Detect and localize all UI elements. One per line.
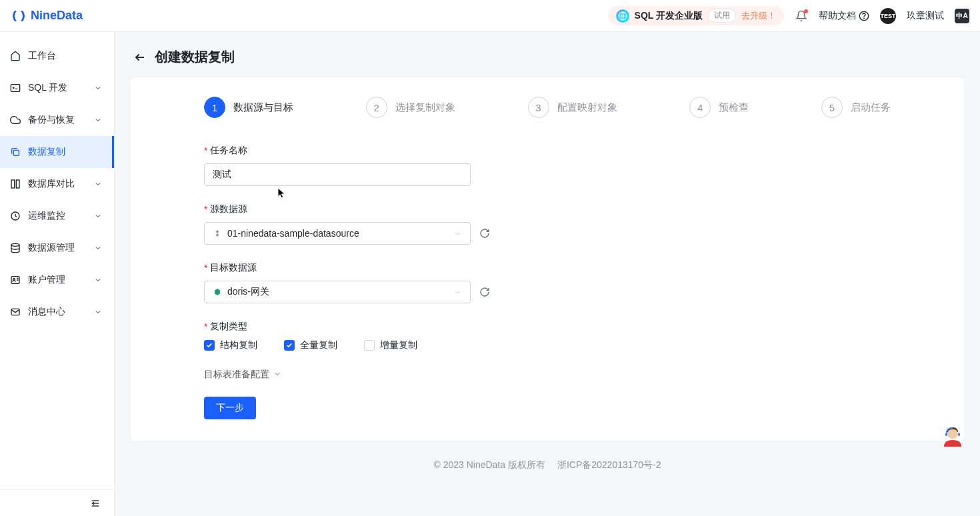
version-pill[interactable]: SQL 开发企业版 试用 去升级！ [608,6,784,25]
version-label: SQL 开发企业版 [635,10,703,22]
required-indicator: * [204,204,207,215]
sidebar-menu: 工作台 SQL 开发 备份与恢复 数据复制 数据库对比 [0,32,114,489]
sidebar-item-sql-dev[interactable]: SQL 开发 [0,72,114,104]
icp-text[interactable]: 浙ICP备2022013170号-2 [557,459,661,471]
upgrade-link[interactable]: 去升级！ [741,10,776,22]
chevron-down-icon [93,179,103,189]
step-3: 3 配置映射对象 [528,97,617,118]
reload-source-icon[interactable] [479,227,491,239]
user-icon [9,274,21,286]
sidebar-item-message-center[interactable]: 消息中心 [0,296,114,328]
copyright-text: © 2023 NineData 版权所有 [433,459,545,471]
step-label: 配置映射对象 [557,101,617,114]
globe-icon [616,9,629,23]
page-header: 创建数据复制 [115,32,980,78]
sidebar-item-backup[interactable]: 备份与恢复 [0,104,114,136]
svg-rect-4 [13,150,19,155]
checkbox-label: 增量复制 [380,339,417,351]
app-header: NineData SQL 开发企业版 试用 去升级！ 帮助文档 TEST 玖章测… [0,0,980,32]
sidebar-item-data-replication[interactable]: 数据复制 [0,136,114,168]
checkbox-incremental-copy[interactable]: 增量复制 [364,339,417,351]
datasource-type-icon [213,229,222,238]
expand-label: 目标表准备配置 [204,369,269,381]
home-icon [9,50,21,62]
step-2: 2 选择复制对象 [366,97,455,118]
next-button[interactable]: 下一步 [204,397,256,419]
input-row: 01-ninedata-sample-datasource [204,222,891,245]
reload-target-icon[interactable] [479,286,491,298]
help-label: 帮助文档 [819,10,856,22]
chevron-down-icon [93,83,103,93]
step-number: 5 [821,97,843,118]
mail-icon [9,306,21,318]
checkbox-label: 结构复制 [220,339,257,351]
form-item-copy-type: * 复制类型 结构复制 全量复制 增量复制 [204,321,891,351]
back-arrow-icon[interactable] [133,51,147,64]
svg-point-2 [864,18,865,19]
notification-bell-icon[interactable] [795,9,808,23]
sidebar-item-db-compare[interactable]: 数据库对比 [0,168,114,200]
label-text: 目标数据源 [210,262,257,274]
chevron-down-icon [273,369,281,380]
label-text: 复制类型 [210,321,247,333]
page-footer: © 2023 NineData 版权所有 浙ICP备2022013170号-2 [115,441,980,478]
label-text: 任务名称 [210,145,247,157]
target-table-config-expand[interactable]: 目标表准备配置 [204,369,891,381]
step-label: 选择复制对象 [395,101,455,114]
chevron-down-icon [93,275,103,285]
brand-logo[interactable]: NineData [11,8,83,24]
main-content: 创建数据复制 1 数据源与目标 2 选择复制对象 3 配置映射对象 4 [115,32,980,516]
notification-dot [804,9,808,13]
form-item-source: * 源数据源 01-ninedata-sample-datasource [204,203,891,245]
checkbox-structure-copy[interactable]: 结构复制 [204,339,257,351]
user-name[interactable]: 玖章测试 [907,10,944,22]
help-docs-link[interactable]: 帮助文档 [819,10,869,22]
checkbox-full-copy[interactable]: 全量复制 [284,339,337,351]
sidebar-label: 数据源管理 [28,242,86,254]
form-label: * 复制类型 [204,321,891,333]
sidebar-item-datasource-mgmt[interactable]: 数据源管理 [0,232,114,264]
sidebar-item-workspace[interactable]: 工作台 [0,40,114,72]
source-datasource-select[interactable]: 01-ninedata-sample-datasource [204,222,471,245]
step-label: 启动任务 [851,101,891,114]
step-number: 1 [204,97,225,118]
language-switcher-icon[interactable]: 中A [955,9,969,23]
database-icon [9,242,21,254]
required-indicator: * [204,321,207,332]
sidebar-label: 数据复制 [28,146,103,158]
logo-icon [11,8,27,24]
form-label: * 任务名称 [204,145,891,157]
support-chat-button[interactable] [940,424,965,449]
required-indicator: * [204,145,207,156]
form-label: * 目标数据源 [204,262,891,274]
cloud-icon [9,114,21,126]
sidebar-label: 运维监控 [28,210,86,222]
task-name-input-wrapper [204,163,471,186]
form-item-task-name: * 任务名称 [204,145,891,186]
task-name-input[interactable] [213,169,462,180]
svg-rect-6 [16,180,19,188]
step-number: 2 [366,97,387,118]
checkbox-input [284,340,295,351]
step-number: 4 [689,97,711,118]
chevron-down-icon [453,287,462,297]
step-1: 1 数据源与目标 [204,97,293,118]
sidebar-label: 账户管理 [28,274,86,286]
monitor-icon [9,210,21,222]
sidebar-label: 备份与恢复 [28,114,86,126]
sidebar-item-ops-monitor[interactable]: 运维监控 [0,200,114,232]
target-datasource-select[interactable]: doris-网关 [204,281,471,303]
sidebar-item-account-mgmt[interactable]: 账户管理 [0,264,114,296]
header-right: SQL 开发企业版 试用 去升级！ 帮助文档 TEST 玖章测试 中A [608,6,969,25]
required-indicator: * [204,263,207,273]
sidebar: 工作台 SQL 开发 备份与恢复 数据复制 数据库对比 [0,32,115,516]
checkbox-row: 结构复制 全量复制 增量复制 [204,339,891,351]
sidebar-collapse-button[interactable] [0,489,114,516]
svg-rect-18 [958,433,960,436]
chevron-down-icon [93,243,103,253]
sidebar-label: 工作台 [28,50,103,62]
sidebar-label: 消息中心 [28,306,86,318]
svg-point-10 [13,278,15,280]
user-avatar[interactable]: TEST [880,8,896,24]
select-value: doris-网关 [227,286,447,298]
